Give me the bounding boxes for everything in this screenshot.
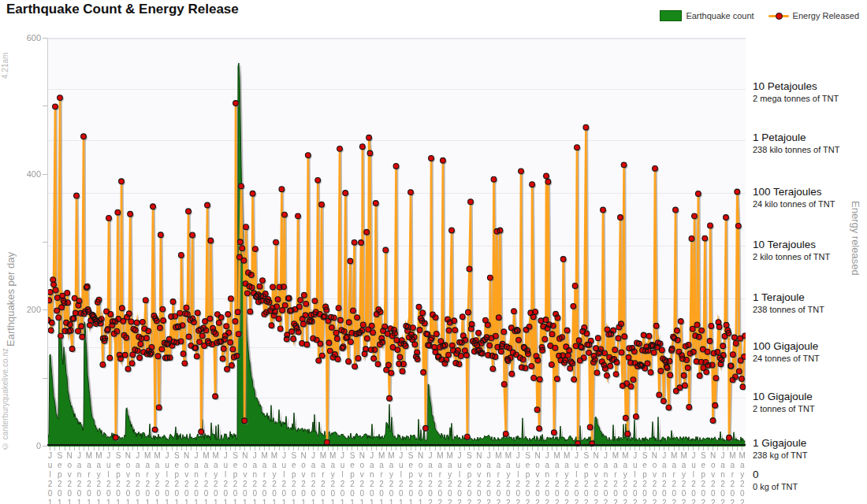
- x-tick: [634, 447, 635, 450]
- x-axis-label: Jul2014: [104, 451, 113, 504]
- x-tick: [542, 447, 543, 450]
- x-tick: [342, 447, 343, 450]
- energy-level-label: 1 Gigajoule238 kg of TNT: [753, 437, 863, 461]
- y-tick-label: 600: [17, 33, 41, 43]
- chart-legend: Earthquake count Energy Released: [660, 10, 859, 21]
- x-tick: [596, 447, 597, 450]
- x-tick: [54, 447, 55, 450]
- energy-level-label: 00 kg of TNT: [753, 469, 863, 493]
- x-axis-label: May2020: [445, 451, 454, 504]
- x-axis-label: Nov2023: [650, 451, 659, 504]
- x-axis-label: Jul2023: [631, 451, 639, 504]
- x-axis-label: Sep2018: [348, 451, 356, 504]
- energy-level-main: 10 Gigajoule: [753, 391, 863, 403]
- x-tick: [367, 447, 367, 450]
- x-tick: [630, 447, 631, 450]
- energy-released-swatch-icon: [768, 11, 789, 20]
- x-tick: [532, 447, 533, 450]
- legend-label: Energy Released: [793, 11, 859, 20]
- x-axis-label: May2021: [504, 451, 512, 504]
- x-tick: [357, 447, 358, 450]
- x-tick: [449, 447, 450, 450]
- x-axis-label: Mar2015: [143, 451, 152, 504]
- x-axis-label: Jul2017: [280, 451, 288, 504]
- energy-level-label: 10 Petajoules2 mega tonnes of TNT: [753, 80, 863, 105]
- x-axis-label: May2014: [95, 451, 103, 504]
- energy-level-main: 10 Terajoules: [753, 239, 863, 251]
- x-tick: [605, 447, 606, 450]
- x-tick: [659, 447, 660, 450]
- y-tick: [43, 38, 47, 39]
- x-tick: [166, 447, 167, 450]
- x-tick: [610, 447, 611, 450]
- x-axis-label: Jan2014: [75, 451, 84, 504]
- x-axis-label: May2016: [211, 451, 220, 504]
- x-tick: [59, 447, 60, 450]
- x-tick: [313, 447, 314, 450]
- x-tick: [181, 447, 182, 450]
- x-tick: [94, 447, 95, 450]
- x-axis-label: Sep2013: [55, 451, 64, 504]
- x-tick: [284, 447, 285, 450]
- x-tick: [688, 447, 689, 450]
- x-axis-label: Jul2024: [689, 451, 698, 504]
- x-tick: [400, 447, 401, 450]
- x-tick: [376, 447, 377, 450]
- y-tick: [43, 106, 47, 106]
- energy-level-sub: 24 kilo tonnes of TNT: [753, 198, 863, 210]
- x-axis-label: Mar2016: [202, 451, 210, 504]
- x-tick: [489, 447, 489, 450]
- energy-level-main: 1 Gigajoule: [753, 437, 863, 450]
- x-axis-label: Mar2024: [670, 451, 679, 504]
- x-axis-label: Jan2016: [192, 451, 201, 504]
- chart-canvas[interactable]: [48, 39, 746, 447]
- x-axis-label: Jan2024: [660, 451, 668, 504]
- legend-item-earthquake-count[interactable]: Earthquake count: [660, 10, 754, 21]
- x-tick: [742, 447, 742, 450]
- plot-area: [47, 38, 746, 447]
- x-tick: [396, 447, 396, 450]
- x-axis-label: Nov2021: [534, 451, 542, 504]
- x-axis-label: Nov2016: [240, 451, 249, 504]
- x-tick: [337, 447, 338, 450]
- x-tick: [469, 447, 470, 450]
- x-axis-label: Nov2015: [182, 451, 191, 504]
- x-tick: [386, 447, 387, 450]
- x-tick: [230, 447, 231, 450]
- x-tick: [235, 447, 236, 450]
- x-tick: [415, 447, 416, 450]
- x-axis-label: Mar2017: [260, 451, 269, 504]
- x-tick: [649, 447, 650, 450]
- x-tick: [445, 447, 445, 450]
- x-tick: [518, 447, 519, 450]
- energy-level-label: 10 Gigajoule2 tonnes of TNT: [753, 391, 863, 415]
- x-tick: [328, 447, 329, 450]
- x-tick: [440, 447, 441, 450]
- x-axis-label: Jul2016: [221, 451, 230, 504]
- energy-level-sub: 0 kg of TNT: [753, 481, 863, 493]
- x-tick: [639, 447, 640, 450]
- x-tick: [615, 447, 616, 450]
- x-tick: [322, 447, 323, 450]
- y-tick: [43, 174, 47, 175]
- x-axis-label: Jul2013: [46, 451, 54, 504]
- x-tick: [84, 447, 84, 450]
- x-tick: [478, 447, 479, 450]
- x-tick: [460, 447, 460, 450]
- x-tick: [556, 447, 557, 450]
- energy-level-main: 100 Gigajoule: [753, 340, 863, 353]
- x-axis-label: Nov2017: [300, 451, 308, 504]
- x-tick: [625, 447, 626, 450]
- x-axis-label: Mar2021: [494, 451, 503, 504]
- timestamp-watermark: 4.21am: [1, 28, 9, 79]
- x-axis-label: May2018: [329, 451, 337, 504]
- x-tick: [435, 447, 436, 450]
- x-tick: [586, 447, 586, 450]
- x-tick: [137, 447, 138, 450]
- x-tick: [132, 447, 133, 450]
- x-tick: [513, 447, 514, 450]
- x-axis-label: Nov2022: [592, 451, 601, 504]
- x-tick: [264, 447, 265, 450]
- legend-item-energy-released[interactable]: Energy Released: [768, 11, 859, 20]
- x-axis-label: Nov2019: [416, 451, 425, 504]
